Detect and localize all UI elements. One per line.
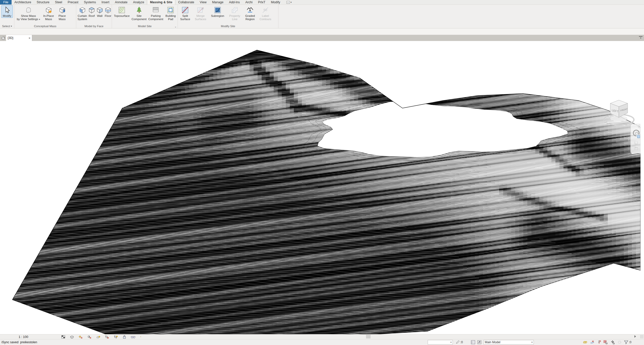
in-place-mass-icon [45, 6, 52, 14]
chevron-down-icon: ▾ [11, 25, 12, 27]
show-mass-button[interactable]: Show Mass by View Settings ▾ [15, 5, 42, 21]
panel-label-model-by-face: Model by Face [76, 24, 112, 28]
drag-on-selection-icon[interactable] [611, 340, 615, 345]
menu-tab-architecture[interactable]: Architecture [12, 0, 34, 5]
menu-tab-steel[interactable]: Steel [52, 0, 65, 5]
curtain-system-button[interactable]: Curtain System [77, 5, 87, 21]
panel-label-select[interactable]: Select ▾ [0, 24, 14, 28]
chevron-down-icon: ▾ [39, 18, 40, 21]
select-by-face-icon[interactable] [603, 340, 608, 345]
site-component-button[interactable]: Site Component [131, 5, 147, 21]
parking-component-button[interactable]: Parking Component [147, 5, 164, 21]
place-mass-button[interactable]: Place Mass [56, 5, 69, 21]
close-icon[interactable]: × [28, 36, 30, 40]
ribbon-display-options[interactable]: ▭ ▾ [287, 0, 292, 5]
horizontal-scroll-thumb[interactable] [366, 335, 371, 338]
property-line-icon [231, 6, 238, 14]
merge-surfaces-icon [197, 6, 204, 14]
roof-icon [88, 6, 95, 14]
ribbon: Modify Select ▾ Show Mass by View Settin… [0, 5, 644, 28]
menu-tab-modify[interactable]: Modify [268, 0, 283, 5]
panel-select: Modify Select ▾ [0, 5, 14, 28]
building-pad-button[interactable]: Building Pad [165, 5, 177, 21]
home-button[interactable] [0, 35, 6, 41]
crop-view-off-icon[interactable] [105, 335, 109, 339]
tree-icon [135, 6, 143, 14]
panel-conceptual-mass: Show Mass by View Settings ▾ In-Place Ma… [14, 5, 76, 28]
graded-region-button[interactable]: Graded Region [244, 5, 256, 21]
floor-icon [104, 6, 112, 14]
split-surface-button[interactable]: Split Surface [179, 5, 191, 21]
orbit-tool-icon[interactable] [634, 147, 638, 150]
menu-tab-precast[interactable]: Precast [65, 0, 81, 5]
rendering-dialog-icon[interactable] [96, 335, 100, 339]
menu-tab-manage[interactable]: Manage [209, 0, 226, 5]
editable-only-icon[interactable] [456, 340, 460, 345]
wall-button[interactable]: Wall [96, 5, 103, 18]
view-tab-3d[interactable]: {3D} × [6, 35, 32, 41]
select-underlay-icon[interactable] [590, 340, 594, 345]
shadows-off-icon[interactable] [87, 335, 92, 339]
detail-level-icon[interactable] [70, 335, 74, 339]
modify-button[interactable]: Modify [1, 5, 13, 18]
filter-count: :0 [629, 340, 631, 344]
select-pinned-icon[interactable] [597, 340, 601, 345]
panel-modify-site: Split Surface Merge Surfaces Subregion [178, 5, 278, 28]
panel-label-modify-site: Modify Site [178, 24, 278, 28]
view-scale-button[interactable]: 1 : 100 [19, 335, 46, 339]
menu-tab-add-ins[interactable]: Add-Ins [226, 0, 243, 5]
menu-tab-analyze[interactable]: Analyze [130, 0, 147, 5]
merge-surfaces-button: Merge Surfaces [193, 5, 208, 21]
chevron-down-icon: ▾ [531, 341, 533, 343]
ribbon-collapse-icon[interactable]: ▾ [639, 36, 642, 39]
show-crop-region-icon[interactable] [114, 335, 118, 339]
split-surface-icon [181, 6, 189, 14]
graded-region-icon [246, 6, 254, 14]
zoom-cube-icon[interactable] [637, 135, 640, 138]
navigation-bar[interactable]: × [630, 124, 640, 154]
design-options-icon[interactable] [471, 340, 475, 345]
menu-tab-annotate[interactable]: Annotate [112, 0, 130, 5]
design-option-dropdown[interactable]: Main Model ▾ [484, 340, 534, 344]
select-links-icon[interactable] [583, 340, 587, 345]
place-mass-icon [58, 6, 66, 14]
subregion-button[interactable]: Subregion [210, 5, 226, 18]
label-contours-icon: 50 [262, 6, 269, 14]
menu-tab-prlxt[interactable]: PrlxT [255, 0, 268, 5]
menu-tab-view[interactable]: View [197, 0, 209, 5]
toposurface-button[interactable]: Toposurface [113, 5, 131, 18]
pan-tool-icon[interactable] [634, 141, 638, 144]
menu-tab-massing-site[interactable]: Massing & Site [147, 0, 175, 5]
worksets-dropdown[interactable]: ▾ [428, 340, 453, 344]
menu-tab-archi[interactable]: Archi [243, 0, 255, 5]
background-processes-icon[interactable] [618, 340, 622, 345]
floor-button[interactable]: Floor [104, 5, 112, 18]
roof-button[interactable]: Roof [88, 5, 95, 18]
close-icon[interactable]: × [638, 125, 640, 128]
scroll-right-icon[interactable] [634, 335, 636, 338]
horizontal-scrollbar[interactable] [141, 334, 634, 339]
lock-3d-view-icon[interactable] [123, 335, 126, 339]
temporary-hide-isolate-icon[interactable] [131, 335, 135, 339]
menu-tab-collaborate[interactable]: Collaborate [175, 0, 197, 5]
building-pad-icon [167, 6, 174, 14]
subregion-icon [214, 6, 221, 14]
menu-tab-file[interactable]: File [0, 0, 12, 5]
menu-tab-insert[interactable]: Insert [99, 0, 112, 5]
status-bar: iSync saved preikestolen ▾ :0 Main Model… [0, 339, 644, 345]
filter-icon[interactable] [624, 340, 628, 345]
toposurface-3d-view[interactable] [0, 41, 640, 334]
resize-grip[interactable] [640, 335, 643, 338]
sun-path-off-icon[interactable] [78, 335, 83, 339]
visual-style-icon[interactable] [61, 335, 65, 339]
home-icon [1, 36, 5, 40]
drawing-area[interactable]: LEFT FRONT × [0, 41, 640, 334]
panel-label-conceptual-mass: Conceptual Mass [14, 24, 76, 28]
panel-launcher-icon[interactable]: ⌄ [175, 26, 177, 28]
menu-tab-systems[interactable]: Systems [81, 0, 99, 5]
toposurface-icon [118, 6, 126, 14]
in-place-mass-button[interactable]: In-Place Mass [42, 5, 55, 21]
menu-tab-structure[interactable]: Structure [34, 0, 52, 5]
active-option-only-icon[interactable] [477, 340, 481, 345]
mass-icon [25, 6, 32, 14]
